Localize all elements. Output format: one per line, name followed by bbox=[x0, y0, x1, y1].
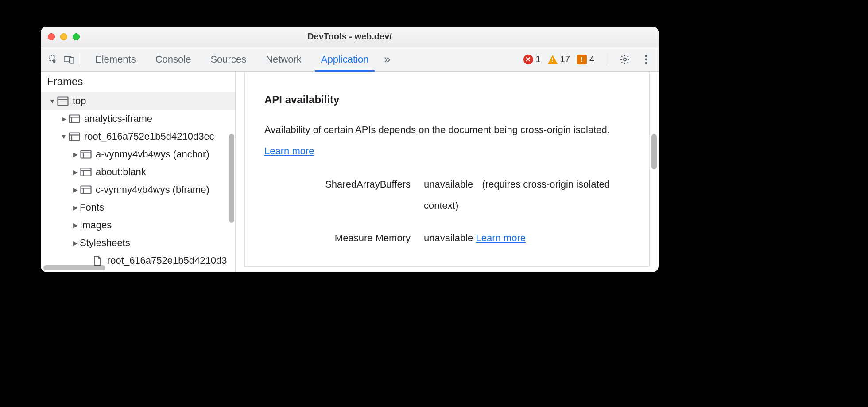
frame-icon bbox=[80, 185, 92, 195]
section-description: Availability of certain APIs depends on … bbox=[264, 119, 630, 162]
tree-row[interactable]: ▶Fonts bbox=[41, 199, 235, 216]
sidebar-vertical-scrollbar[interactable] bbox=[229, 134, 234, 223]
tree-row[interactable]: ▶about:blank bbox=[41, 163, 235, 181]
tree-node-label: Stylesheets bbox=[80, 237, 130, 249]
api-value: unavailable (requires cross-origin isola… bbox=[424, 174, 630, 217]
api-status: unavailable bbox=[424, 179, 473, 190]
chevron-down-icon[interactable]: ▼ bbox=[60, 133, 67, 140]
error-icon: ✕ bbox=[523, 55, 533, 64]
frames-sidebar: Frames ▼top▶analytics-iframe▼root_616a75… bbox=[41, 72, 236, 272]
tree-node-label: analytics-iframe bbox=[84, 113, 152, 125]
warnings-count: 17 bbox=[560, 54, 570, 64]
tree-node-label: Fonts bbox=[80, 202, 104, 213]
window-titlebar: DevTools - web.dev/ bbox=[41, 27, 659, 47]
devtools-toolbar: Elements Console Sources Network Applica… bbox=[41, 47, 659, 72]
tree-row[interactable]: ▼root_616a752e1b5d4210d3ec bbox=[41, 128, 235, 145]
tab-label: Application bbox=[321, 54, 369, 65]
tree-node-label: c-vynmy4vb4wys (bframe) bbox=[96, 184, 209, 196]
errors-badge[interactable]: ✕ 1 bbox=[523, 54, 541, 64]
tree-row[interactable]: ▶Stylesheets bbox=[41, 234, 235, 252]
svg-point-6 bbox=[645, 62, 647, 64]
warning-icon bbox=[548, 55, 558, 64]
tree-node-label: top bbox=[73, 95, 86, 107]
chevron-down-icon[interactable]: ▼ bbox=[49, 98, 56, 105]
devtools-window: DevTools - web.dev/ Elements Console Sou… bbox=[41, 27, 659, 272]
api-availability-table: SharedArrayBuffersunavailable (requires … bbox=[264, 174, 630, 249]
chevron-right-icon[interactable]: ▶ bbox=[72, 168, 79, 176]
svg-point-3 bbox=[624, 58, 626, 60]
tab-label: Sources bbox=[210, 54, 246, 65]
issues-count: 4 bbox=[589, 54, 594, 64]
tree-row[interactable]: ▶c-vynmy4vb4wys (bframe) bbox=[41, 181, 235, 199]
svg-point-4 bbox=[645, 55, 647, 57]
warnings-badge[interactable]: 17 bbox=[548, 54, 570, 64]
svg-rect-12 bbox=[70, 133, 80, 141]
window-title: DevTools - web.dev/ bbox=[307, 31, 392, 42]
tab-network[interactable]: Network bbox=[256, 47, 311, 71]
api-row: SharedArrayBuffersunavailable (requires … bbox=[264, 174, 630, 217]
chevron-right-icon[interactable]: ▶ bbox=[72, 204, 79, 211]
tree-row[interactable]: ▶a-vynmy4vb4wys (anchor) bbox=[41, 145, 235, 163]
main-vertical-scrollbar[interactable] bbox=[651, 134, 657, 169]
frame-icon bbox=[68, 114, 81, 124]
tree-row[interactable]: ▼top bbox=[41, 92, 235, 110]
frame-icon bbox=[68, 132, 81, 141]
svg-rect-18 bbox=[81, 168, 91, 176]
toolbar-separator bbox=[81, 53, 81, 66]
frame-icon bbox=[80, 167, 92, 177]
tab-label: Elements bbox=[95, 54, 136, 65]
panel-body: Frames ▼top▶analytics-iframe▼root_616a75… bbox=[41, 72, 659, 272]
api-availability-section: API availability Availability of certain… bbox=[244, 72, 650, 267]
tree-node-label: about:blank bbox=[96, 166, 146, 178]
frames-tree[interactable]: ▼top▶analytics-iframe▼root_616a752e1b5d4… bbox=[41, 92, 235, 272]
tab-elements[interactable]: Elements bbox=[85, 47, 146, 71]
api-row: Measure Memoryunavailable Learn more bbox=[264, 227, 630, 249]
description-text: Availability of certain APIs depends on … bbox=[264, 124, 610, 135]
more-options-button[interactable] bbox=[639, 52, 653, 67]
more-tabs-button[interactable]: » bbox=[378, 47, 396, 71]
sidebar-horizontal-scrollbar[interactable] bbox=[43, 265, 105, 270]
svg-rect-2 bbox=[70, 57, 74, 63]
toolbar-right: ✕ 1 17 ! 4 bbox=[523, 52, 654, 67]
frame-details-panel: API availability Availability of certain… bbox=[236, 72, 659, 272]
traffic-lights bbox=[48, 33, 80, 40]
api-name: Measure Memory bbox=[264, 227, 424, 249]
doc-icon bbox=[91, 256, 104, 266]
svg-rect-21 bbox=[81, 186, 91, 194]
settings-button[interactable] bbox=[618, 52, 632, 67]
sidebar-heading: Frames bbox=[41, 72, 235, 92]
svg-rect-7 bbox=[58, 97, 68, 106]
toolbar-separator bbox=[606, 53, 606, 66]
tab-application[interactable]: Application bbox=[311, 47, 379, 71]
tree-row[interactable]: ▶analytics-iframe bbox=[41, 110, 235, 128]
svg-rect-15 bbox=[81, 151, 91, 158]
issue-icon: ! bbox=[577, 55, 587, 64]
chevron-right-icon[interactable]: ▶ bbox=[72, 186, 79, 193]
close-window-button[interactable] bbox=[48, 33, 55, 40]
api-status: unavailable bbox=[424, 232, 473, 243]
tree-node-label: root_616a752e1b5d4210d3 bbox=[107, 255, 227, 266]
tree-node-label: Images bbox=[80, 219, 112, 231]
frame-icon bbox=[80, 149, 92, 159]
chevron-right-icon[interactable]: ▶ bbox=[72, 239, 79, 247]
window-icon bbox=[57, 96, 69, 106]
issues-badge[interactable]: ! 4 bbox=[577, 54, 594, 64]
device-toolbar-icon[interactable] bbox=[62, 52, 76, 67]
api-name: SharedArrayBuffers bbox=[264, 174, 424, 195]
minimize-window-button[interactable] bbox=[60, 33, 67, 40]
chevron-right-icon[interactable]: ▶ bbox=[72, 222, 79, 229]
panel-tabs: Elements Console Sources Network Applica… bbox=[85, 47, 396, 71]
maximize-window-button[interactable] bbox=[73, 33, 80, 40]
api-value: unavailable Learn more bbox=[424, 227, 630, 249]
tab-console[interactable]: Console bbox=[146, 47, 201, 71]
chevron-right-icon[interactable]: ▶ bbox=[72, 151, 79, 158]
chevron-double-right-icon: » bbox=[384, 52, 390, 66]
tab-sources[interactable]: Sources bbox=[201, 47, 256, 71]
errors-count: 1 bbox=[536, 54, 541, 64]
inspect-element-icon[interactable] bbox=[46, 52, 60, 67]
learn-more-link[interactable]: Learn more bbox=[476, 232, 526, 243]
learn-more-link[interactable]: Learn more bbox=[264, 145, 314, 157]
chevron-right-icon[interactable]: ▶ bbox=[60, 115, 67, 122]
section-title: API availability bbox=[264, 94, 630, 106]
tree-row[interactable]: ▶Images bbox=[41, 216, 235, 234]
